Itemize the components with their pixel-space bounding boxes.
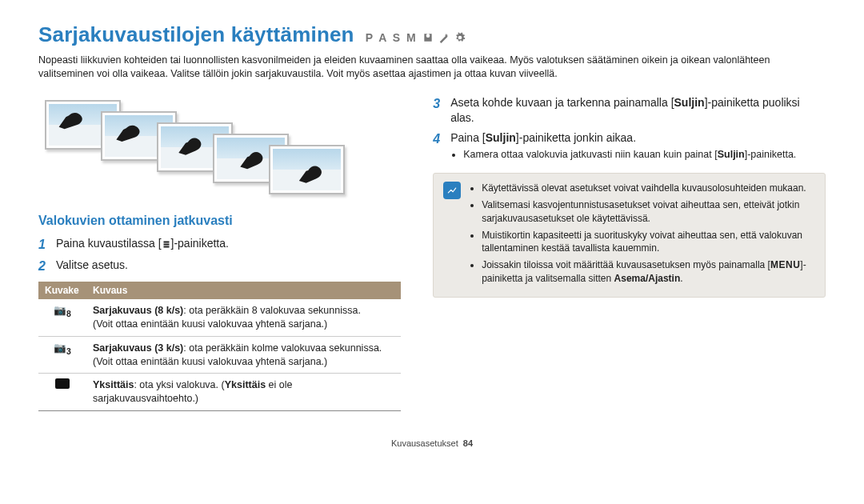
row-icon-8fps: 📷8	[38, 299, 86, 336]
th-desc: Kuvaus	[86, 282, 401, 299]
info-item: Joissakin tiloissa voit määrittää kuvaus…	[482, 258, 815, 286]
step-text: Paina kuvaustilassa []-painiketta.	[56, 236, 401, 254]
step-3: 3 Aseta kohde kuvaan ja tarkenna painama…	[433, 95, 826, 126]
info-icon	[443, 182, 461, 199]
step-number: 2	[38, 258, 50, 275]
step-1: 1 Paina kuvaustilassa []-painiketta.	[38, 236, 401, 254]
row-desc: Yksittäis: ota yksi valokuva. (Yksittäis…	[86, 374, 401, 411]
info-item: Muistikortin kapasiteetti ja suorituskyk…	[482, 229, 815, 256]
step-4: 4 Paina [Suljin]-painiketta jonkin aikaa…	[433, 130, 826, 162]
info-item: Valitsemasi kasvojentunnistusasetukset v…	[482, 198, 815, 226]
scene-icon	[422, 32, 434, 43]
drive-mode-icon	[162, 238, 171, 247]
title-row: Sarjakuvaustilojen käyttäminen P A S M	[38, 22, 826, 47]
footer-label: Kuvausasetukset	[391, 438, 458, 448]
modes-text: P A S M	[366, 31, 418, 44]
info-list: Käytettävissä olevat asetukset voivat va…	[469, 182, 815, 289]
burst-thumbnails	[45, 100, 401, 196]
step-text: Paina [Suljin]-painiketta jonkin aikaa. …	[450, 130, 826, 162]
mode-badges: P A S M	[366, 31, 466, 44]
footer-page: 84	[463, 438, 473, 448]
table-row: 📷8 Sarjakuvaus (8 k/s): ota peräkkäin 8 …	[38, 299, 401, 336]
intro-text: Nopeasti liikkuvien kohteiden tai luonno…	[38, 54, 826, 81]
table-row: 📷3 Sarjakuvaus (3 k/s): ota peräkkäin ko…	[38, 336, 401, 374]
row-icon-3fps: 📷3	[38, 336, 86, 374]
magic-icon	[438, 32, 450, 43]
gear-icon	[454, 32, 466, 43]
info-box: Käytettävissä olevat asetukset voivat va…	[433, 173, 826, 298]
substep: Kamera ottaa valokuvia jatkuvasti niin k…	[463, 148, 826, 162]
step-2: 2 Valitse asetus.	[38, 258, 401, 275]
row-desc: Sarjakuvaus (8 k/s): ota peräkkäin 8 val…	[86, 299, 401, 336]
section-heading: Valokuvien ottaminen jatkuvasti	[38, 214, 401, 228]
menu-key-label: MENU	[770, 259, 800, 270]
step-number: 3	[433, 95, 444, 126]
step-text: Aseta kohde kuvaan ja tarkenna painamall…	[450, 95, 826, 126]
step-text: Valitse asetus.	[56, 258, 401, 275]
page-footer: Kuvausasetukset 84	[38, 438, 826, 448]
info-item: Käytettävissä olevat asetukset voivat va…	[482, 182, 815, 195]
table-row: Yksittäis: ota yksi valokuva. (Yksittäis…	[38, 374, 401, 411]
step-number: 1	[38, 236, 50, 254]
step-number: 4	[433, 130, 444, 162]
row-icon-single	[38, 374, 86, 411]
row-desc: Sarjakuvaus (3 k/s): ota peräkkäin kolme…	[86, 336, 401, 374]
page-title: Sarjakuvaustilojen käyttäminen	[38, 22, 354, 47]
th-icon: Kuvake	[38, 282, 86, 299]
options-table: Kuvake Kuvaus 📷8 Sarjakuvaus (8 k/s): ot…	[38, 282, 401, 411]
thumb-5	[269, 145, 345, 194]
